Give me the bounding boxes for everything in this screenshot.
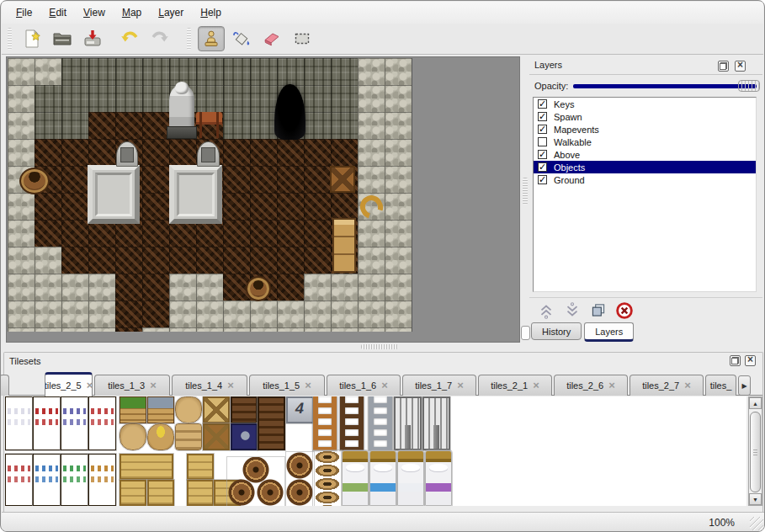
map-tile[interactable]	[35, 112, 61, 139]
tile-sprite-topcrate[interactable]	[120, 396, 146, 423]
map-tile[interactable]	[250, 301, 277, 327]
map-tile[interactable]	[88, 247, 115, 274]
map-tile[interactable]	[8, 327, 35, 332]
vertical-splitter-handle[interactable]	[523, 178, 528, 205]
map-tile[interactable]	[277, 327, 304, 332]
map-object-bucket[interactable]	[246, 276, 271, 301]
tileset-scrollbar[interactable]: ▲ ▼	[748, 396, 762, 506]
layer-row-ground[interactable]: ✓Ground	[534, 173, 756, 186]
tile-sprite-shelf[interactable]	[33, 454, 61, 506]
map-tile[interactable]	[304, 247, 331, 274]
map-tile[interactable]	[331, 327, 358, 332]
map-tile[interactable]	[115, 274, 142, 301]
map-tile[interactable]	[223, 247, 250, 274]
map-tile[interactable]	[277, 166, 304, 193]
map-object-statue[interactable]	[169, 85, 194, 139]
map-tile[interactable]	[277, 274, 304, 301]
tile-sprite-crateslat[interactable]	[258, 396, 285, 450]
tileset-tab-tiles_1_7[interactable]: tiles_1_7×	[402, 375, 476, 396]
map-tile[interactable]	[331, 274, 358, 301]
tool-select-button[interactable]	[289, 26, 316, 51]
map-view[interactable]	[6, 56, 520, 343]
map-tile[interactable]	[223, 301, 250, 327]
map-tile[interactable]	[8, 139, 35, 166]
toolbar-open-button[interactable]	[49, 26, 76, 51]
menu-map[interactable]: Map	[114, 4, 149, 21]
map-tile[interactable]	[169, 247, 196, 274]
map-tile[interactable]	[223, 58, 250, 85]
map-tile[interactable]	[61, 327, 88, 332]
map-tile[interactable]	[385, 85, 412, 112]
map-tile[interactable]	[169, 274, 196, 301]
map-tile[interactable]	[304, 166, 331, 193]
map-tile[interactable]	[8, 58, 35, 85]
tile-sprite-bed[interactable]	[425, 450, 452, 506]
map-tile[interactable]	[88, 274, 115, 301]
toolbar-save-button[interactable]	[79, 26, 106, 51]
map-tile[interactable]	[142, 112, 169, 139]
map-tile[interactable]	[385, 301, 412, 327]
map-tile[interactable]	[223, 166, 250, 193]
map-tile[interactable]	[115, 327, 142, 332]
tab-history[interactable]: History	[531, 322, 582, 340]
map-tile[interactable]	[88, 112, 115, 139]
map-tile[interactable]	[358, 112, 385, 139]
tile-sprite-barrelstack[interactable]	[286, 452, 314, 506]
toolbar-new-button[interactable]	[19, 26, 45, 51]
tile-sprite-shelf[interactable]	[5, 454, 33, 506]
map-tile[interactable]	[331, 85, 358, 112]
map-tile[interactable]	[35, 274, 61, 301]
map-tile[interactable]	[277, 193, 304, 220]
tileset-tab-tiles_2_6[interactable]: tiles_2_6×	[554, 375, 628, 396]
close-tab-icon[interactable]: ×	[87, 381, 93, 390]
map-tile[interactable]	[223, 193, 250, 220]
tile-sprite-barrelpyr[interactable]	[227, 457, 284, 506]
tool-eraser-button[interactable]	[258, 26, 285, 51]
menu-edit[interactable]: Edit	[41, 4, 74, 21]
tile-sprite-shelf[interactable]	[5, 396, 33, 450]
map-tile[interactable]	[8, 220, 35, 247]
map-tile[interactable]	[277, 301, 304, 327]
map-tile[interactable]	[61, 301, 88, 327]
tile-sprite-cratey[interactable]	[187, 480, 214, 506]
toolbar-undo-button[interactable]	[116, 26, 143, 51]
map-tile[interactable]	[88, 58, 115, 85]
scrollbar-thumb[interactable]	[750, 412, 761, 492]
map-object-tomb[interactable]	[197, 141, 220, 167]
map-tile[interactable]	[115, 58, 142, 85]
layer-visibility-checkbox[interactable]: ✓	[538, 112, 547, 121]
tileset-tab-tiles_2_7[interactable]: tiles_2_7×	[630, 375, 704, 396]
map-tile[interactable]	[250, 166, 277, 193]
tile-sprite-cratey[interactable]	[120, 480, 146, 506]
map-tile[interactable]	[35, 327, 61, 332]
tile-sprite-potstack[interactable]	[313, 450, 342, 506]
close-tab-icon[interactable]: ×	[684, 381, 691, 390]
map-tile[interactable]	[142, 58, 169, 85]
map-tile[interactable]	[358, 327, 385, 332]
tool-fill-button[interactable]	[228, 26, 255, 51]
float-panel-icon[interactable]	[718, 61, 729, 72]
toolbar-redo-button[interactable]	[146, 26, 173, 51]
tile-sprite-sackopen[interactable]	[147, 423, 174, 450]
map-tile[interactable]	[61, 112, 88, 139]
map-canvas[interactable]	[8, 58, 412, 332]
map-tile[interactable]	[358, 220, 385, 247]
map-object-barrel[interactable]	[19, 168, 50, 194]
raise-layer-button[interactable]	[536, 301, 556, 321]
map-tile[interactable]	[304, 58, 331, 85]
map-tile[interactable]	[223, 112, 250, 139]
tile-sprite-cratex[interactable]	[203, 423, 230, 450]
map-tile[interactable]	[142, 274, 169, 301]
tile-sprite-cratex[interactable]	[203, 396, 230, 423]
map-tile[interactable]	[115, 85, 142, 112]
duplicate-layer-button[interactable]	[588, 301, 608, 321]
map-tile[interactable]	[196, 85, 223, 112]
tileset-tab-tiles[interactable]: tiles_	[705, 375, 736, 396]
map-tile[interactable]	[115, 112, 142, 139]
map-tile[interactable]	[35, 85, 61, 112]
map-tile[interactable]	[169, 327, 196, 332]
map-tile[interactable]	[196, 274, 223, 301]
map-tile[interactable]	[35, 247, 61, 274]
map-tile[interactable]	[35, 220, 61, 247]
close-tab-icon[interactable]: ×	[381, 381, 388, 390]
